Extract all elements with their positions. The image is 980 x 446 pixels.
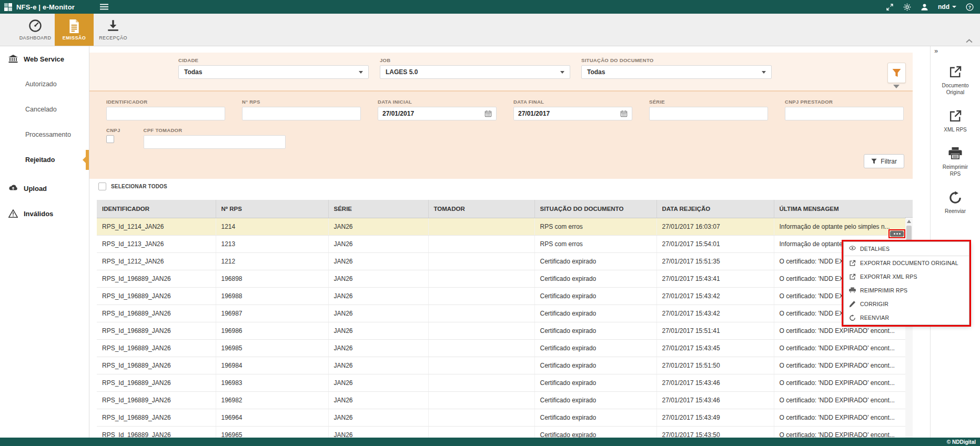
identificador-input[interactable] (111, 110, 220, 117)
column-header-identificador[interactable]: IDENTIFICADOR (97, 200, 216, 218)
cell-serie: JAN26 (328, 391, 428, 409)
tab-recepcao[interactable]: RECEPÇÃO (94, 14, 133, 46)
column-header-ultima-mensagem[interactable]: ÚLTIMA MENSAGEM (774, 200, 905, 218)
menu-item-detalhes[interactable]: DETALHES (844, 242, 969, 256)
filter-job: JOB LAGES 5.0 (380, 57, 570, 90)
nrps-input[interactable] (247, 110, 356, 117)
situacao-select[interactable]: Todas (581, 65, 772, 79)
cell-data-rejeicao: 27/01/2017 15:43:50 (656, 426, 774, 438)
menu-item-label: EXPORTAR DOCUMENTO ORIGINAL (860, 260, 958, 266)
filter-toggle-button[interactable] (887, 63, 906, 83)
cell-tomador (428, 252, 534, 270)
filtrar-button[interactable]: Filtrar (864, 154, 904, 168)
action-reimprimir-rps[interactable]: Reimprimir RPS (931, 147, 980, 177)
collapse-tabbar-icon[interactable] (966, 37, 973, 42)
column-header-situacao[interactable]: SITUAÇÃO DO DOCUMENTO (534, 200, 656, 218)
sidebar-item-autorizado[interactable]: Autorizado (0, 72, 89, 97)
table-row[interactable]: RPS_Id_196889_JAN26 196965 JAN26 Certifi… (97, 426, 905, 438)
cnpj-prestador-input[interactable] (790, 110, 899, 117)
help-icon[interactable]: ? (966, 3, 974, 11)
sidebar-item-processamento[interactable]: Processamento (0, 122, 89, 147)
filter-data-final: DATA FINAL (513, 99, 632, 120)
table-row[interactable]: RPS_Id_196889_JAN26 196964 JAN26 Certifi… (97, 409, 905, 426)
calendar-icon[interactable] (484, 110, 492, 117)
scroll-up-arrow[interactable] (907, 220, 911, 223)
table-row[interactable]: RPS_Id_1213_JAN26 1213 JAN26 RPS com err… (97, 235, 905, 252)
select-all-checkbox[interactable] (98, 183, 106, 190)
tab-label: DASHBOARD (19, 35, 52, 40)
results-table: IDENTIFICADOR Nº RPS SÉRIE TOMADOR SITUA… (97, 200, 913, 438)
cell-nrps: 196986 (216, 322, 328, 339)
pencil-icon (849, 301, 856, 308)
printer-icon (849, 287, 856, 294)
collapse-panel-icon[interactable]: » (934, 47, 938, 54)
serie-input[interactable] (654, 110, 763, 117)
table-row[interactable]: RPS_Id_196889_JAN26 196986 JAN26 Certifi… (97, 322, 905, 339)
calendar-icon[interactable] (620, 110, 628, 117)
field-label: IDENTIFICADOR (106, 99, 225, 105)
refresh-icon (948, 191, 962, 205)
tab-emissao[interactable]: EMISSÃO (55, 14, 94, 46)
app-logo-icon (4, 3, 12, 11)
menu-item-corrigir[interactable]: CORRIGIR (844, 297, 969, 311)
cell-data-rejeicao: 27/01/2017 15:43:42 (656, 305, 774, 322)
table-row[interactable]: RPS_Id_196889_JAN26 196985 JAN26 Certifi… (97, 339, 905, 357)
user-icon[interactable] (921, 3, 928, 11)
action-documento-original[interactable]: Documento Original (931, 65, 980, 96)
field-label: DATA FINAL (513, 99, 632, 105)
cell-nrps: 1213 (216, 235, 328, 252)
menu-item-exportar-documento-original[interactable]: EXPORTAR DOCUMENTO ORIGINAL (844, 256, 969, 270)
menu-item-reimprimir-rps[interactable]: REIMPRIMIR RPS (844, 283, 969, 297)
menu-item-exportar-xml-rps[interactable]: EXPORTAR XML RPS (844, 270, 969, 283)
sidebar-item-upload[interactable]: Upload (0, 176, 89, 201)
table-row[interactable]: RPS_Id_1212_JAN26 1212 JAN26 Certificado… (97, 252, 905, 270)
fullscreen-icon[interactable] (886, 3, 894, 11)
user-menu[interactable]: ndd (938, 3, 956, 11)
cell-tomador (428, 357, 534, 374)
cell-situacao: Certificado expirado (534, 305, 656, 322)
column-header-tomador[interactable]: TOMADOR (428, 200, 534, 218)
sidebar-item-invalidos[interactable]: Inválidos (0, 201, 89, 226)
table-row[interactable]: RPS_Id_1214_JAN26 1214 JAN26 RPS com err… (97, 218, 905, 235)
table-row[interactable]: RPS_Id_196889_JAN26 196987 JAN26 Certifi… (97, 305, 905, 322)
table-row[interactable]: RPS_Id_196889_JAN26 196898 JAN26 Certifi… (97, 270, 905, 287)
cpf-tomador-input[interactable] (148, 138, 281, 146)
sidebar-item-webservice[interactable]: Web Service (0, 46, 89, 72)
row-actions-button[interactable] (890, 231, 904, 237)
table-row[interactable]: RPS_Id_196889_JAN26 196983 JAN26 Certifi… (97, 374, 905, 391)
cell-data-rejeicao: 27/01/2017 15:51:41 (656, 322, 774, 339)
filter-cpf-tomador: CPF TOMADOR (144, 127, 286, 149)
column-header-data-rejeicao[interactable]: DATA REJEIÇÃO (656, 200, 774, 218)
cell-data-rejeicao: 27/01/2017 15:51:50 (656, 357, 774, 374)
cell-nrps: 1212 (216, 252, 328, 270)
sidebar-item-rejeitado[interactable]: Rejeitado (0, 147, 89, 173)
data-inicial-input[interactable] (382, 110, 481, 117)
refresh-icon (849, 315, 856, 321)
filter-inputs-row: IDENTIFICADOR N° RPS DATA INICIAL (106, 99, 913, 120)
cnpj-checkbox[interactable] (106, 135, 114, 143)
action-reenviar[interactable]: Reenviar (931, 191, 980, 215)
chevron-down-icon (762, 71, 766, 74)
column-header-nrps[interactable]: Nº RPS (216, 200, 328, 218)
table-row[interactable]: RPS_Id_196889_JAN26 196982 JAN26 Certifi… (97, 391, 905, 409)
cell-identificador: RPS_Id_196889_JAN26 (97, 287, 216, 305)
cell-serie: JAN26 (328, 305, 428, 322)
column-header-serie[interactable]: SÉRIE (328, 200, 428, 218)
field-label: DATA INICIAL (378, 99, 497, 105)
job-select[interactable]: LAGES 5.0 (380, 65, 570, 79)
table-row[interactable]: RPS_Id_196889_JAN26 196988 JAN26 Certifi… (97, 287, 905, 305)
field-label: CIDADE (178, 57, 369, 63)
cidade-select[interactable]: Todas (178, 65, 369, 79)
data-final-input[interactable] (518, 110, 617, 117)
cell-tomador (428, 391, 534, 409)
settings-gear-icon[interactable] (903, 3, 911, 11)
tab-dashboard[interactable]: DASHBOARD (16, 14, 55, 46)
sidebar-item-cancelado[interactable]: Cancelado (0, 97, 89, 122)
table-row[interactable]: RPS_Id_196889_JAN26 196984 JAN26 Certifi… (97, 357, 905, 374)
hamburger-menu-icon[interactable] (100, 4, 108, 10)
action-xml-rps[interactable]: XML RPS (931, 109, 980, 133)
table-body: RPS_Id_1214_JAN26 1214 JAN26 RPS com err… (97, 218, 905, 438)
cell-situacao: RPS com erros (534, 235, 656, 252)
field-label: JOB (380, 57, 570, 63)
menu-item-reenviar[interactable]: REENVIAR (844, 311, 969, 325)
